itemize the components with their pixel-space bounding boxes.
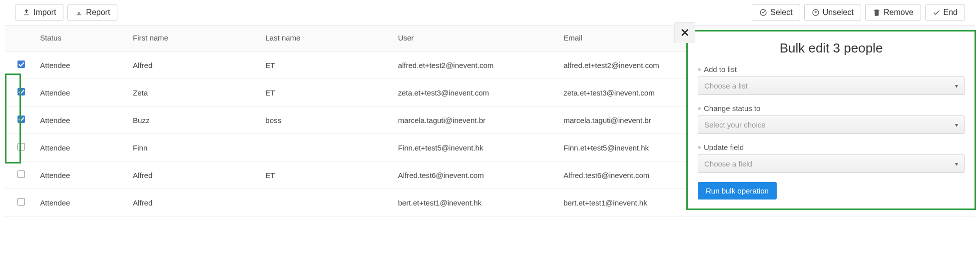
cell-user: alfred.et+test2@inevent.com: [392, 52, 558, 79]
add-to-list-select[interactable]: Choose a list: [698, 76, 965, 95]
trash-icon: [873, 8, 881, 16]
unselect-label: Unselect: [823, 8, 854, 17]
end-label: End: [944, 8, 958, 17]
cell-first-name: Alfred: [127, 189, 259, 216]
change-status-placeholder: Select your choice: [704, 120, 766, 129]
cell-status: Attendee: [34, 79, 127, 106]
cell-first-name: Buzz: [127, 106, 259, 134]
close-icon: ✕: [680, 26, 689, 40]
cell-status: Attendee: [34, 52, 127, 79]
cell-last-name: [259, 134, 392, 162]
update-field-field: Update field Choose a field: [698, 143, 965, 173]
run-bulk-operation-button[interactable]: Run bulk operation: [698, 182, 777, 200]
remove-button[interactable]: Remove: [865, 4, 921, 21]
cell-user: zeta.et+test3@inevent.com: [392, 79, 558, 106]
toolbar-left: Import Report: [15, 4, 117, 21]
bulk-edit-panel: Bulk edit 3 people Add to list Choose a …: [686, 30, 976, 210]
update-field-placeholder: Choose a field: [704, 160, 752, 168]
change-status-label: Change status to: [698, 104, 965, 112]
row-checkbox[interactable]: [17, 143, 25, 150]
import-button[interactable]: Import: [15, 4, 63, 21]
report-label: Report: [86, 8, 110, 17]
cell-status: Attendee: [34, 134, 127, 162]
cell-last-name: boss: [259, 106, 392, 134]
toolbar-right: Select Unselect Remove End: [752, 4, 965, 21]
toolbar: Import Report Select Unselect Remove End: [0, 0, 980, 25]
x-circle-icon: [812, 8, 820, 16]
download-icon: [75, 8, 83, 16]
add-to-list-placeholder: Choose a list: [704, 82, 748, 90]
header-last-name[interactable]: Last name: [259, 26, 392, 52]
check-circle-icon: [759, 8, 767, 16]
check-icon: [933, 8, 941, 16]
close-panel-button[interactable]: ✕: [674, 22, 695, 43]
row-checkbox[interactable]: [17, 60, 25, 68]
cell-status: Attendee: [34, 106, 127, 134]
row-checkbox[interactable]: [17, 198, 25, 206]
row-checkbox[interactable]: [17, 88, 25, 96]
unselect-button[interactable]: Unselect: [804, 4, 861, 21]
cell-first-name: Zeta: [127, 79, 259, 106]
add-to-list-label: Add to list: [698, 65, 965, 74]
header-first-name[interactable]: First name: [127, 26, 259, 52]
run-label: Run bulk operation: [706, 186, 769, 195]
cell-last-name: ET: [259, 162, 392, 189]
cell-user: marcela.taguti@inevent.br: [392, 106, 558, 134]
cell-user: Alfred.test6@inevent.com: [392, 162, 558, 189]
update-field-label: Update field: [698, 143, 965, 152]
row-checkbox[interactable]: [17, 170, 25, 178]
cell-last-name: ET: [259, 79, 392, 106]
cell-user: bert.et+test1@inevent.hk: [392, 189, 558, 216]
report-button[interactable]: Report: [67, 4, 117, 21]
end-button[interactable]: End: [925, 4, 965, 21]
cell-last-name: [259, 189, 392, 216]
select-label: Select: [770, 8, 792, 17]
update-field-select[interactable]: Choose a field: [698, 154, 965, 173]
header-checkbox-col: [5, 26, 34, 52]
header-status[interactable]: Status: [34, 26, 127, 52]
change-status-field: Change status to Select your choice: [698, 104, 965, 134]
cell-status: Attendee: [34, 189, 127, 216]
panel-title: Bulk edit 3 people: [698, 40, 965, 56]
cell-first-name: Finn: [127, 134, 259, 162]
cell-status: Attendee: [34, 162, 127, 189]
cell-last-name: ET: [259, 52, 392, 79]
upload-icon: [22, 8, 30, 16]
bulk-edit-panel-wrap: ✕ Bulk edit 3 people Add to list Choose …: [686, 30, 976, 210]
remove-label: Remove: [884, 8, 914, 17]
select-button[interactable]: Select: [752, 4, 800, 21]
cell-first-name: Alfred: [127, 162, 259, 189]
add-to-list-field: Add to list Choose a list: [698, 65, 965, 95]
row-checkbox[interactable]: [17, 116, 25, 123]
import-label: Import: [33, 8, 56, 17]
cell-first-name: Alfred: [127, 52, 259, 79]
header-user[interactable]: User: [392, 26, 558, 52]
cell-user: Finn.et+test5@inevent.hk: [392, 134, 558, 162]
change-status-select[interactable]: Select your choice: [698, 116, 965, 134]
